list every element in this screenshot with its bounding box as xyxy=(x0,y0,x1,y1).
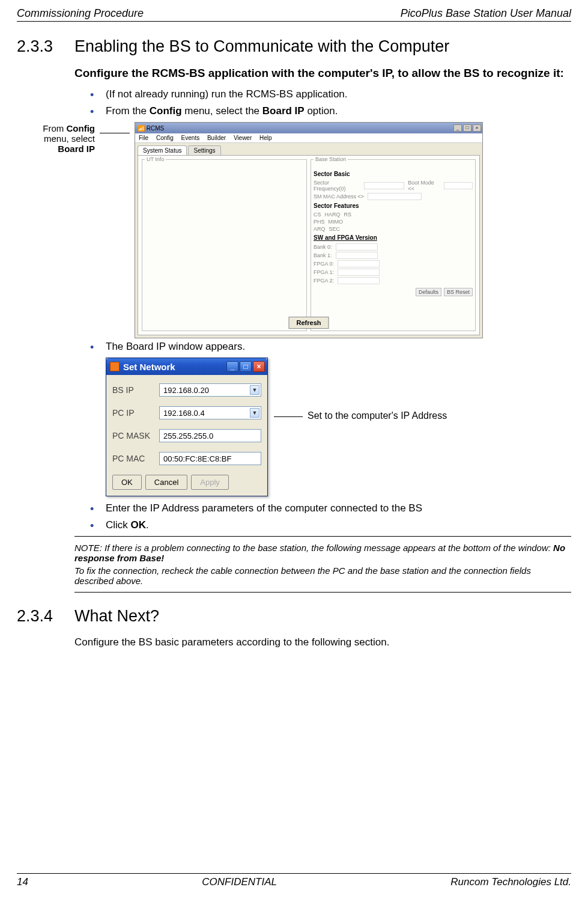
fpga2-field xyxy=(338,277,380,284)
mac-label: SM MAC Address <> xyxy=(314,194,364,200)
bank0-label: Bank 0: xyxy=(314,244,332,250)
bank0-field xyxy=(336,243,378,251)
page-footer: 14 CONFIDENTIAL Runcom Technologies Ltd. xyxy=(17,873,571,888)
feat-phs: PHS xyxy=(314,219,325,225)
section-subheading: Configure the RCMS-BS application with t… xyxy=(74,67,571,80)
sw-version-legend: SW and FPGA Version xyxy=(314,234,473,241)
tab-settings[interactable]: Settings xyxy=(188,145,220,155)
bullet-boardip-window: The Board IP window appears. xyxy=(90,341,571,353)
fpga2-label: FPGA 2: xyxy=(314,278,334,284)
close-button[interactable]: × xyxy=(473,124,481,132)
note-block: NOTE: If there is a problem connecting t… xyxy=(74,536,571,593)
fpga0-label: FPGA 0: xyxy=(314,261,334,267)
dropdown-icon[interactable]: ▼ xyxy=(250,385,259,395)
pc-ip-value: 192.168.0.4 xyxy=(163,409,205,418)
feat-harq: HARQ xyxy=(325,212,341,218)
fpga1-label: FPGA 1: xyxy=(314,269,334,275)
feat-mimo: MIMO xyxy=(329,219,344,225)
annotation-pc-ip: Set to the computer's IP Address xyxy=(308,410,447,421)
maximize-button[interactable]: □ xyxy=(240,361,252,372)
section-num: 2.3.4 xyxy=(17,607,74,626)
maximize-button[interactable]: □ xyxy=(463,124,471,132)
bs-ip-input[interactable]: 192.168.0.20 ▼ xyxy=(159,383,261,397)
footer-center: CONFIDENTIAL xyxy=(202,876,277,888)
menu-events[interactable]: Events xyxy=(181,135,200,141)
set-network-dialog: Set Network _ □ × BS IP 192.168.0.20 ▼ xyxy=(106,358,268,496)
menu-bar: File Config Events Builder Viewer Help xyxy=(135,133,482,143)
app-icon xyxy=(110,362,120,371)
cancel-button[interactable]: Cancel xyxy=(145,475,187,490)
bullet-enter-ip: Enter the IP Address parameters of the c… xyxy=(90,502,571,514)
menu-file[interactable]: File xyxy=(139,135,148,141)
bullet-click-ok: Click OK. xyxy=(90,519,571,531)
text: . xyxy=(146,519,149,531)
pc-mac-input[interactable]: 00:50:FC:8E:C8:BF xyxy=(159,452,261,465)
menu-viewer[interactable]: Viewer xyxy=(234,135,252,141)
text: Click xyxy=(106,519,131,531)
ok-button[interactable]: OK xyxy=(112,475,142,490)
refresh-button[interactable]: Refresh xyxy=(289,317,329,329)
minimize-button[interactable]: _ xyxy=(453,124,462,132)
section-234-heading: 2.3.4 What Next? xyxy=(17,607,571,626)
text-bold: OK xyxy=(131,519,147,531)
text-bold: Board IP xyxy=(262,105,305,117)
bullet-config-menu: From the Config menu, select the Board I… xyxy=(90,105,571,117)
bs-ip-value: 192.168.0.20 xyxy=(163,386,209,395)
sector-features-legend: Sector Features xyxy=(314,203,473,209)
rcms-window: 📶 RCMS _ □ × File Config Events Builder … xyxy=(135,122,483,338)
pc-mask-input[interactable]: 255.255.255.0 xyxy=(159,429,261,442)
sector-basic-legend: Sector Basic xyxy=(314,171,473,177)
section-num: 2.3.3 xyxy=(17,37,74,56)
text: option. xyxy=(305,105,338,117)
close-button[interactable]: × xyxy=(253,361,265,372)
feat-arq: ARQ xyxy=(314,226,326,232)
menu-help[interactable]: Help xyxy=(259,135,272,141)
panel-legend: Base Station xyxy=(314,156,348,162)
defaults-button[interactable]: Defaults xyxy=(416,288,441,296)
apply-button[interactable]: Apply xyxy=(191,475,229,490)
pc-mac-value: 00:50:FC:8E:C8:BF xyxy=(163,454,231,463)
note-text: NOTE: If there is a problem connecting t… xyxy=(74,543,553,553)
footer-page-number: 14 xyxy=(17,876,28,888)
pc-mask-label: PC MASK xyxy=(112,431,154,440)
window-titlebar: 📶 RCMS _ □ × xyxy=(135,123,482,133)
feat-rs: RS xyxy=(344,212,352,218)
section-233-heading: 2.3.3 Enabling the BS to Communicate wit… xyxy=(17,37,571,56)
feat-cs: CS xyxy=(314,212,321,218)
freq-label: Sector Frequency(0) xyxy=(314,180,360,192)
fpga0-field xyxy=(338,260,380,267)
panel-legend: UT Info xyxy=(145,156,166,162)
pc-ip-label: PC IP xyxy=(112,408,154,418)
feat-sec: SEC xyxy=(329,226,341,232)
bs-ip-label: BS IP xyxy=(112,385,154,395)
mac-field[interactable] xyxy=(368,193,422,200)
tab-system-status[interactable]: System Status xyxy=(138,145,187,155)
menu-builder[interactable]: Builder xyxy=(207,135,226,141)
dropdown-icon[interactable]: ▼ xyxy=(250,408,259,418)
boot-label: Boot Mode << xyxy=(408,180,440,192)
text: menu, select the xyxy=(182,105,262,117)
pc-mask-value: 255.255.255.0 xyxy=(163,431,213,440)
base-station-panel: Base Station Sector Basic Sector Frequen… xyxy=(311,159,476,331)
header-right: PicoPlus Base Station User Manual xyxy=(401,7,571,20)
pc-mac-label: PC MAC xyxy=(112,454,154,463)
callout-leader-line xyxy=(100,133,130,133)
minimize-button[interactable]: _ xyxy=(226,361,238,372)
window-title: RCMS xyxy=(147,125,164,132)
dialog-title: Set Network xyxy=(123,362,175,372)
text: From the xyxy=(106,105,150,117)
boot-field[interactable] xyxy=(444,182,473,189)
freq-field[interactable] xyxy=(364,182,404,189)
bullet-run-app: (If not already running) run the RCMS-BS… xyxy=(90,88,571,100)
annotation-leader-line xyxy=(274,416,303,417)
ut-info-panel: UT Info xyxy=(142,159,307,331)
fpga1-field xyxy=(338,269,380,276)
bank1-label: Bank 1: xyxy=(314,252,332,258)
dialog-titlebar: Set Network _ □ × xyxy=(106,358,267,375)
page-header: Commissioning Procedure PicoPlus Base St… xyxy=(17,7,571,22)
section-title: Enabling the BS to Communicate with the … xyxy=(74,37,449,56)
bs-reset-button[interactable]: BS Reset xyxy=(444,288,473,296)
note-text-2: To fix the connection, recheck the cable… xyxy=(74,565,571,586)
menu-config[interactable]: Config xyxy=(156,135,174,141)
pc-ip-input[interactable]: 192.168.0.4 ▼ xyxy=(159,406,261,419)
